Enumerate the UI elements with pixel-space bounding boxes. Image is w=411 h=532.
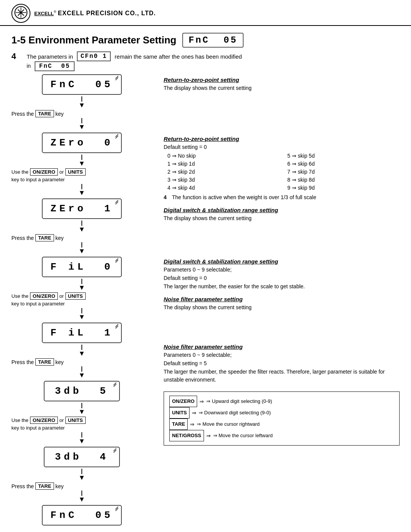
use-label-1: Use the xyxy=(11,169,29,175)
display1-row: FnC 05 xyxy=(11,74,152,95)
press-tare-1: Press the TARE key xyxy=(11,110,64,117)
section-title-ds1: Digital switch & stabilization range set… xyxy=(164,207,400,213)
registered-mark: ® xyxy=(54,10,56,14)
press-label-4: Press the xyxy=(11,483,34,489)
legend-onzero-arrow: ⇒ xyxy=(199,396,204,407)
key-label-1: key xyxy=(56,111,64,117)
section-rtz-detail: Return-to-zero-point setting Default set… xyxy=(164,136,400,201)
lcd-display-7: 3db 4 xyxy=(44,447,120,467)
input-label-2: key to input a parameter xyxy=(11,301,65,307)
legend-row-units: UNITS ⇒ ⇒ Downward digit selecting (9-0) xyxy=(169,407,394,419)
skip-0: 0 ⇒ No skip xyxy=(167,152,280,160)
press-label-1: Press the xyxy=(11,111,34,117)
arrow-6: ▼ xyxy=(11,242,152,255)
intro-row: 4 The parameters in CFn0 1 remain the sa… xyxy=(11,51,400,61)
use-onzero-2: Use the ON/ZERO or UNITS xyxy=(11,292,86,300)
or-label-3: or xyxy=(59,417,64,423)
press-tare-4: Press the TARE key xyxy=(11,482,64,490)
page-title-text: 1-5 Environment Parameter Setting xyxy=(11,34,176,46)
in-label-row: in FnC 05 xyxy=(27,63,400,70)
header: EXCELL® EXCELL PRECISION CO., LTD. xyxy=(0,0,411,26)
key-legend-box: ON/ZERO ⇒ ⇒ Upward digit selecting (0-9)… xyxy=(164,391,400,446)
skip-6: 6 ⇒ skip 6d xyxy=(287,160,400,168)
tare-key-4[interactable]: TARE xyxy=(35,482,54,490)
press-label-2: Press the xyxy=(11,235,34,241)
use-label-2: Use the xyxy=(11,293,29,299)
display7-row: 3db 4 xyxy=(11,447,152,467)
page-title-seg: FnC 05 xyxy=(182,33,244,48)
section-nf-detail: Noise filter parameter setting Parameter… xyxy=(164,343,400,384)
lcd-display-6: 3db 5 xyxy=(44,381,120,401)
section-ds-detail: Digital switch & stabilization range set… xyxy=(164,258,400,291)
skip-2: 2 ⇒ skip 2d xyxy=(167,168,280,176)
section-title-rtz1: Return-to-zero-point setting xyxy=(164,77,400,83)
legend-tare-text: ⇒ Move the cursor rightward xyxy=(197,419,260,429)
arrow-7: ▼ xyxy=(11,279,152,292)
skip-grid: 0 ⇒ No skip 5 ⇒ skip 5d 1 ⇒ skip 1d 6 ⇒ … xyxy=(167,152,400,192)
legend-netgross-text: ⇒ Move the cursor leftward xyxy=(213,431,273,441)
key-label-2: key xyxy=(56,235,64,241)
left-column: FnC 05 ▼ Press the TARE key xyxy=(11,73,152,527)
use-onzero-3: Use the ON/ZERO or UNITS xyxy=(11,417,86,424)
use-onzero-1: Use the ON/ZERO or UNITS xyxy=(11,168,86,176)
section-body-ds1: The display shows the current setting xyxy=(164,214,400,222)
intro-text2: remain the same after the ones has been … xyxy=(115,53,242,60)
page-title-row: 1-5 Environment Parameter Setting FnC 05 xyxy=(0,26,411,51)
ds1-body1: The display shows the current setting xyxy=(164,214,400,222)
company-logo xyxy=(11,4,30,23)
press-tare-3: Press the TARE key xyxy=(11,358,64,366)
legend-netgross-key[interactable]: NET/GROSS xyxy=(169,430,204,441)
arrow-4: ▼ xyxy=(11,184,152,197)
header-company-name: EXCELL® EXCELL PRECISION CO., LTD. xyxy=(34,10,156,17)
ds2-p3: The larger the number, the easier for th… xyxy=(164,283,400,291)
lcd-display-2: ZEro 0 xyxy=(42,133,121,153)
section-title-nf1: Noise filter parameter setting xyxy=(164,296,400,302)
rtz2-default: Default setting = 0 xyxy=(164,143,400,151)
key-label-4: key xyxy=(56,483,64,489)
units-key-1[interactable]: UNITS xyxy=(65,168,86,176)
legend-netgross-arrow: ⇒ xyxy=(206,430,211,441)
units-key-3[interactable]: UNITS xyxy=(65,417,86,424)
onzero-key-1[interactable]: ON/ZERO xyxy=(30,168,58,176)
section-title-rtz2: Return-to-zero-point setting xyxy=(164,136,400,142)
intro-text1: The parameters in xyxy=(27,53,73,60)
section-body-ds2: Parameters 0 ~ 9 selectable; Default set… xyxy=(164,266,400,291)
legend-tare-arrow: ⇒ xyxy=(190,419,194,430)
units-key-2[interactable]: UNITS xyxy=(65,292,86,300)
lcd-display-1: FnC 05 xyxy=(42,74,121,95)
nf2-p1: Parameters 0 ~ 9 selectable; xyxy=(164,351,400,359)
legend-onzero-text: ⇒ Upward digit selecting (0-9) xyxy=(206,396,272,406)
arrow-13: ▼ xyxy=(11,469,152,482)
legend-tare-key[interactable]: TARE xyxy=(169,419,188,430)
display8-row: FnC 05 xyxy=(11,505,152,526)
skip-5: 5 ⇒ skip 5d xyxy=(287,152,400,160)
section-body-rtz1: The display shows the current setting xyxy=(164,84,400,92)
onzero-key-3[interactable]: ON/ZERO xyxy=(30,417,58,424)
skip-4: 4 ⇒ skip 4d xyxy=(167,184,280,192)
legend-units-key[interactable]: UNITS xyxy=(169,407,190,419)
use-label-3: Use the xyxy=(11,417,29,423)
tare-key-3[interactable]: TARE xyxy=(35,358,54,366)
legend-onzero-key[interactable]: ON/ZERO xyxy=(169,396,197,407)
note-4-num: 4 xyxy=(164,193,170,201)
arrow-12: ▼ xyxy=(11,432,152,445)
display3-row: ZEro 1 xyxy=(11,198,152,219)
intro-seg1: CFn0 1 xyxy=(77,51,111,61)
lcd-display-3: ZEro 1 xyxy=(42,198,121,219)
section-body-nf1: The display shows the current setting xyxy=(164,304,400,312)
tare-key-1[interactable]: TARE xyxy=(35,110,54,117)
tare-key-2[interactable]: TARE xyxy=(35,234,54,241)
rtz1-body1: The display shows the current setting xyxy=(164,84,400,92)
press-tare-2: Press the TARE key xyxy=(11,234,64,241)
skip-8: 8 ⇒ skip 8d xyxy=(287,176,400,184)
key-label-3: key xyxy=(56,359,64,365)
two-col-layout: FnC 05 ▼ Press the TARE key xyxy=(11,73,400,527)
display5-row: F iL 1 xyxy=(11,323,152,343)
legend-row-onzero: ON/ZERO ⇒ ⇒ Upward digit selecting (0-9) xyxy=(169,396,394,407)
right-column: Return-to-zero-point setting The display… xyxy=(152,73,400,527)
arrow-9: ▼ xyxy=(11,345,152,358)
display2-row: ZEro 0 xyxy=(11,133,152,153)
or-label-1: or xyxy=(59,169,64,175)
section-body-nf2: Parameters 0 ~ 9 selectable; Default set… xyxy=(164,351,400,384)
onzero-key-2[interactable]: ON/ZERO xyxy=(30,292,58,300)
